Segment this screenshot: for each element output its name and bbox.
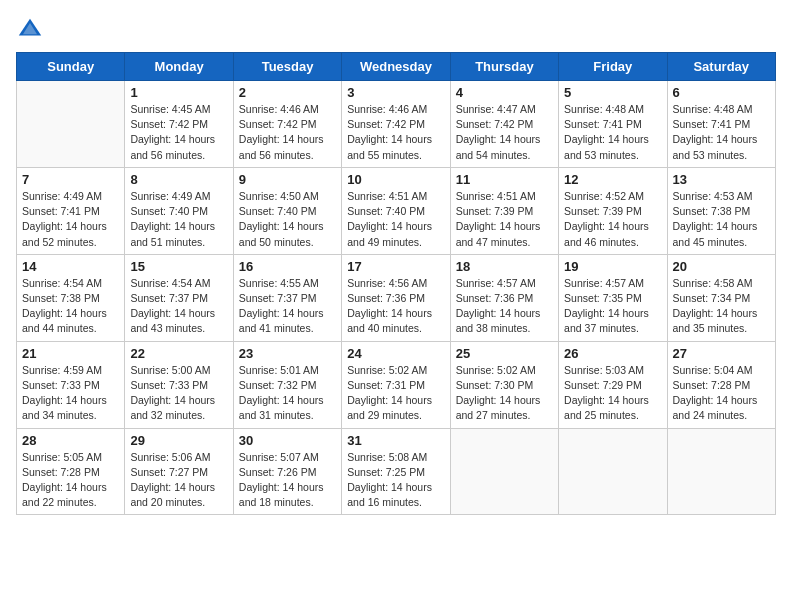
day-info: Sunrise: 4:48 AM Sunset: 7:41 PM Dayligh… — [673, 102, 770, 163]
calendar-cell — [667, 428, 775, 515]
calendar-cell: 6Sunrise: 4:48 AM Sunset: 7:41 PM Daylig… — [667, 81, 775, 168]
day-number: 6 — [673, 85, 770, 100]
day-number: 21 — [22, 346, 119, 361]
day-number: 16 — [239, 259, 336, 274]
calendar-cell: 23Sunrise: 5:01 AM Sunset: 7:32 PM Dayli… — [233, 341, 341, 428]
calendar-cell — [450, 428, 558, 515]
calendar-cell: 8Sunrise: 4:49 AM Sunset: 7:40 PM Daylig… — [125, 167, 233, 254]
day-number: 20 — [673, 259, 770, 274]
day-info: Sunrise: 4:59 AM Sunset: 7:33 PM Dayligh… — [22, 363, 119, 424]
calendar-week-row: 28Sunrise: 5:05 AM Sunset: 7:28 PM Dayli… — [17, 428, 776, 515]
calendar-cell: 30Sunrise: 5:07 AM Sunset: 7:26 PM Dayli… — [233, 428, 341, 515]
weekday-header-thursday: Thursday — [450, 53, 558, 81]
day-info: Sunrise: 5:02 AM Sunset: 7:30 PM Dayligh… — [456, 363, 553, 424]
day-info: Sunrise: 4:46 AM Sunset: 7:42 PM Dayligh… — [239, 102, 336, 163]
logo-icon — [16, 16, 44, 44]
calendar-cell: 5Sunrise: 4:48 AM Sunset: 7:41 PM Daylig… — [559, 81, 667, 168]
calendar-cell: 26Sunrise: 5:03 AM Sunset: 7:29 PM Dayli… — [559, 341, 667, 428]
day-info: Sunrise: 4:58 AM Sunset: 7:34 PM Dayligh… — [673, 276, 770, 337]
day-info: Sunrise: 4:48 AM Sunset: 7:41 PM Dayligh… — [564, 102, 661, 163]
calendar-cell: 14Sunrise: 4:54 AM Sunset: 7:38 PM Dayli… — [17, 254, 125, 341]
day-number: 25 — [456, 346, 553, 361]
calendar-cell: 20Sunrise: 4:58 AM Sunset: 7:34 PM Dayli… — [667, 254, 775, 341]
calendar-cell: 13Sunrise: 4:53 AM Sunset: 7:38 PM Dayli… — [667, 167, 775, 254]
calendar-cell: 31Sunrise: 5:08 AM Sunset: 7:25 PM Dayli… — [342, 428, 450, 515]
calendar-table: SundayMondayTuesdayWednesdayThursdayFrid… — [16, 52, 776, 515]
weekday-header-saturday: Saturday — [667, 53, 775, 81]
day-number: 18 — [456, 259, 553, 274]
day-info: Sunrise: 4:52 AM Sunset: 7:39 PM Dayligh… — [564, 189, 661, 250]
calendar-cell: 15Sunrise: 4:54 AM Sunset: 7:37 PM Dayli… — [125, 254, 233, 341]
weekday-header-wednesday: Wednesday — [342, 53, 450, 81]
day-number: 24 — [347, 346, 444, 361]
day-info: Sunrise: 4:49 AM Sunset: 7:40 PM Dayligh… — [130, 189, 227, 250]
day-info: Sunrise: 5:08 AM Sunset: 7:25 PM Dayligh… — [347, 450, 444, 511]
day-number: 2 — [239, 85, 336, 100]
day-number: 10 — [347, 172, 444, 187]
calendar-cell: 12Sunrise: 4:52 AM Sunset: 7:39 PM Dayli… — [559, 167, 667, 254]
day-number: 13 — [673, 172, 770, 187]
day-number: 8 — [130, 172, 227, 187]
day-info: Sunrise: 5:03 AM Sunset: 7:29 PM Dayligh… — [564, 363, 661, 424]
calendar-cell — [559, 428, 667, 515]
day-number: 26 — [564, 346, 661, 361]
calendar-cell — [17, 81, 125, 168]
day-info: Sunrise: 5:05 AM Sunset: 7:28 PM Dayligh… — [22, 450, 119, 511]
day-number: 15 — [130, 259, 227, 274]
day-number: 5 — [564, 85, 661, 100]
day-number: 31 — [347, 433, 444, 448]
day-number: 1 — [130, 85, 227, 100]
calendar-cell: 4Sunrise: 4:47 AM Sunset: 7:42 PM Daylig… — [450, 81, 558, 168]
calendar-cell: 24Sunrise: 5:02 AM Sunset: 7:31 PM Dayli… — [342, 341, 450, 428]
calendar-cell: 17Sunrise: 4:56 AM Sunset: 7:36 PM Dayli… — [342, 254, 450, 341]
page-header — [16, 16, 776, 44]
day-info: Sunrise: 4:54 AM Sunset: 7:37 PM Dayligh… — [130, 276, 227, 337]
day-number: 23 — [239, 346, 336, 361]
weekday-header-sunday: Sunday — [17, 53, 125, 81]
day-number: 29 — [130, 433, 227, 448]
day-number: 17 — [347, 259, 444, 274]
logo — [16, 16, 48, 44]
calendar-week-row: 7Sunrise: 4:49 AM Sunset: 7:41 PM Daylig… — [17, 167, 776, 254]
day-info: Sunrise: 4:54 AM Sunset: 7:38 PM Dayligh… — [22, 276, 119, 337]
calendar-cell: 25Sunrise: 5:02 AM Sunset: 7:30 PM Dayli… — [450, 341, 558, 428]
day-number: 28 — [22, 433, 119, 448]
calendar-cell: 27Sunrise: 5:04 AM Sunset: 7:28 PM Dayli… — [667, 341, 775, 428]
calendar-cell: 9Sunrise: 4:50 AM Sunset: 7:40 PM Daylig… — [233, 167, 341, 254]
weekday-header-friday: Friday — [559, 53, 667, 81]
weekday-header-row: SundayMondayTuesdayWednesdayThursdayFrid… — [17, 53, 776, 81]
calendar-week-row: 1Sunrise: 4:45 AM Sunset: 7:42 PM Daylig… — [17, 81, 776, 168]
day-number: 12 — [564, 172, 661, 187]
calendar-cell: 1Sunrise: 4:45 AM Sunset: 7:42 PM Daylig… — [125, 81, 233, 168]
calendar-cell: 3Sunrise: 4:46 AM Sunset: 7:42 PM Daylig… — [342, 81, 450, 168]
day-number: 27 — [673, 346, 770, 361]
day-number: 11 — [456, 172, 553, 187]
weekday-header-tuesday: Tuesday — [233, 53, 341, 81]
day-info: Sunrise: 4:56 AM Sunset: 7:36 PM Dayligh… — [347, 276, 444, 337]
day-info: Sunrise: 5:04 AM Sunset: 7:28 PM Dayligh… — [673, 363, 770, 424]
calendar-cell: 16Sunrise: 4:55 AM Sunset: 7:37 PM Dayli… — [233, 254, 341, 341]
day-number: 4 — [456, 85, 553, 100]
day-info: Sunrise: 5:01 AM Sunset: 7:32 PM Dayligh… — [239, 363, 336, 424]
day-number: 22 — [130, 346, 227, 361]
calendar-cell: 18Sunrise: 4:57 AM Sunset: 7:36 PM Dayli… — [450, 254, 558, 341]
day-info: Sunrise: 5:00 AM Sunset: 7:33 PM Dayligh… — [130, 363, 227, 424]
calendar-week-row: 14Sunrise: 4:54 AM Sunset: 7:38 PM Dayli… — [17, 254, 776, 341]
day-info: Sunrise: 4:51 AM Sunset: 7:40 PM Dayligh… — [347, 189, 444, 250]
day-info: Sunrise: 4:57 AM Sunset: 7:35 PM Dayligh… — [564, 276, 661, 337]
day-info: Sunrise: 5:07 AM Sunset: 7:26 PM Dayligh… — [239, 450, 336, 511]
calendar-cell: 7Sunrise: 4:49 AM Sunset: 7:41 PM Daylig… — [17, 167, 125, 254]
day-info: Sunrise: 4:45 AM Sunset: 7:42 PM Dayligh… — [130, 102, 227, 163]
calendar-cell: 19Sunrise: 4:57 AM Sunset: 7:35 PM Dayli… — [559, 254, 667, 341]
day-number: 7 — [22, 172, 119, 187]
calendar-cell: 2Sunrise: 4:46 AM Sunset: 7:42 PM Daylig… — [233, 81, 341, 168]
day-info: Sunrise: 4:51 AM Sunset: 7:39 PM Dayligh… — [456, 189, 553, 250]
day-info: Sunrise: 5:02 AM Sunset: 7:31 PM Dayligh… — [347, 363, 444, 424]
day-number: 14 — [22, 259, 119, 274]
day-number: 9 — [239, 172, 336, 187]
calendar-cell: 29Sunrise: 5:06 AM Sunset: 7:27 PM Dayli… — [125, 428, 233, 515]
day-info: Sunrise: 4:57 AM Sunset: 7:36 PM Dayligh… — [456, 276, 553, 337]
day-info: Sunrise: 4:55 AM Sunset: 7:37 PM Dayligh… — [239, 276, 336, 337]
day-info: Sunrise: 4:46 AM Sunset: 7:42 PM Dayligh… — [347, 102, 444, 163]
day-number: 3 — [347, 85, 444, 100]
